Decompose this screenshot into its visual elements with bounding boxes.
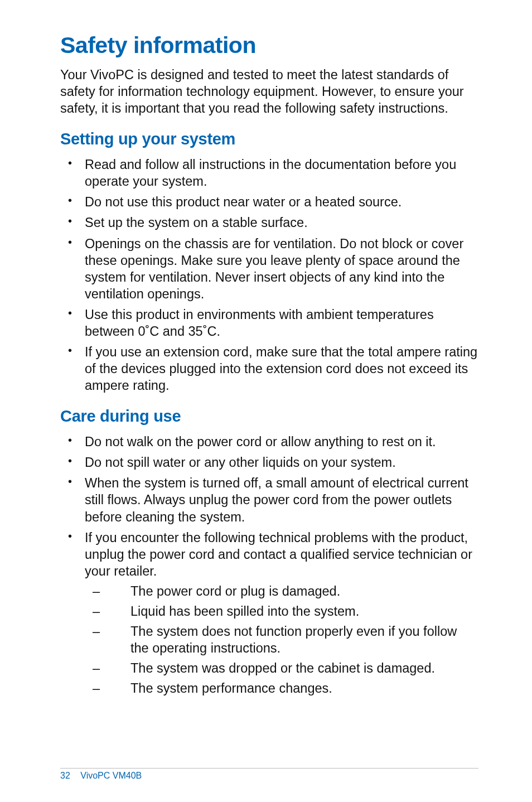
- list-item: Do not use this product near water or a …: [60, 194, 478, 210]
- care-sublist: The power cord or plug is damaged. Liqui…: [85, 583, 478, 697]
- sublist-item: The system performance changes.: [85, 680, 478, 697]
- list-item: Read and follow all instructions in the …: [60, 156, 478, 190]
- product-name: VivoPC VM40B: [80, 771, 142, 780]
- care-list: Do not walk on the power cord or allow a…: [60, 433, 478, 697]
- sublist-item: Liquid has been spilled into the system.: [85, 603, 478, 620]
- list-item: When the system is turned off, a small a…: [60, 475, 478, 525]
- section-heading-care: Care during use: [60, 407, 478, 426]
- list-item-text: If you encounter the following technical…: [85, 530, 472, 578]
- sublist-item: The system does not function properly ev…: [85, 623, 478, 656]
- list-item: Openings on the chassis are for ventilat…: [60, 235, 478, 302]
- sublist-item: The power cord or plug is damaged.: [85, 583, 478, 600]
- intro-paragraph: Your VivoPC is designed and tested to me…: [60, 66, 478, 117]
- list-item: Use this product in environments with am…: [60, 306, 478, 340]
- setup-list: Read and follow all instructions in the …: [60, 156, 478, 394]
- page-title: Safety information: [60, 32, 478, 59]
- list-item: Set up the system on a stable surface.: [60, 214, 478, 231]
- list-item: If you use an extension cord, make sure …: [60, 344, 478, 394]
- list-item: Do not spill water or any other liquids …: [60, 454, 478, 471]
- list-item: Do not walk on the power cord or allow a…: [60, 433, 478, 450]
- sublist-item: The system was dropped or the cabinet is…: [85, 660, 478, 677]
- list-item: If you encounter the following technical…: [60, 529, 478, 697]
- page-footer: 32 VivoPC VM40B: [60, 768, 478, 781]
- section-heading-setup: Setting up your system: [60, 130, 478, 148]
- page-number: 32: [60, 771, 70, 780]
